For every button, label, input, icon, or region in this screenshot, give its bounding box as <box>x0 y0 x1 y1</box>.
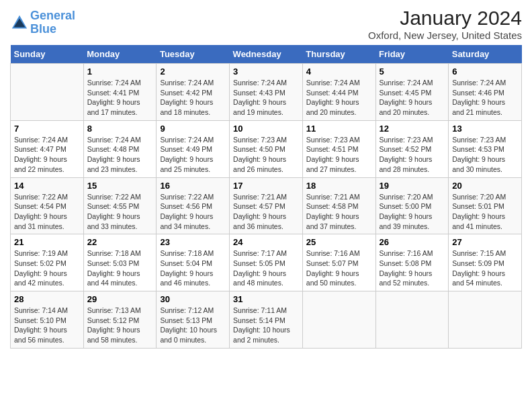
daylight-text: Daylight: 9 hours and 34 minutes. <box>160 212 226 231</box>
sunrise-text: Sunrise: 7:24 AM <box>87 78 153 88</box>
day-info: Sunrise: 7:15 AM Sunset: 5:09 PM Dayligh… <box>452 248 518 288</box>
day-number: 28 <box>14 294 80 304</box>
sunset-text: Sunset: 4:55 PM <box>87 201 153 212</box>
sunrise-text: Sunrise: 7:20 AM <box>380 192 445 202</box>
day-number: 27 <box>452 237 518 247</box>
sunset-text: Sunset: 5:07 PM <box>306 259 372 269</box>
calendar-cell: 3 Sunrise: 7:24 AM Sunset: 4:43 PM Dayli… <box>230 64 303 121</box>
sunset-text: Sunset: 5:09 PM <box>452 259 518 269</box>
day-number: 20 <box>452 181 518 191</box>
sunset-text: Sunset: 4:49 PM <box>160 144 226 154</box>
calendar-cell: 17 Sunrise: 7:21 AM Sunset: 4:57 PM Dayl… <box>230 177 303 234</box>
day-info: Sunrise: 7:22 AM Sunset: 4:55 PM Dayligh… <box>87 192 153 232</box>
logo-blue: Blue <box>30 22 56 36</box>
calendar-week-row: 21 Sunrise: 7:19 AM Sunset: 5:02 PM Dayl… <box>11 234 522 291</box>
calendar-cell: 20 Sunrise: 7:20 AM Sunset: 5:01 PM Dayl… <box>449 177 522 234</box>
day-info: Sunrise: 7:22 AM Sunset: 4:54 PM Dayligh… <box>14 192 80 232</box>
calendar-cell: 7 Sunrise: 7:24 AM Sunset: 4:47 PM Dayli… <box>11 120 84 177</box>
daylight-text: Daylight: 9 hours and 39 minutes. <box>380 212 445 231</box>
calendar-cell: 14 Sunrise: 7:22 AM Sunset: 4:54 PM Dayl… <box>11 177 84 234</box>
day-info: Sunrise: 7:24 AM Sunset: 4:46 PM Dayligh… <box>452 78 518 118</box>
sunrise-text: Sunrise: 7:24 AM <box>380 78 445 88</box>
day-number: 7 <box>14 124 80 134</box>
sunrise-text: Sunrise: 7:13 AM <box>87 306 153 316</box>
day-of-week-header: Friday <box>375 45 449 64</box>
day-number: 3 <box>233 66 299 77</box>
daylight-text: Daylight: 9 hours and 44 minutes. <box>87 269 153 288</box>
calendar-cell: 18 Sunrise: 7:21 AM Sunset: 4:58 PM Dayl… <box>302 177 375 234</box>
sunset-text: Sunset: 4:56 PM <box>160 201 226 212</box>
calendar-cell: 9 Sunrise: 7:24 AM Sunset: 4:49 PM Dayli… <box>157 120 230 177</box>
day-info: Sunrise: 7:24 AM Sunset: 4:45 PM Dayligh… <box>380 78 445 118</box>
calendar-cell: 1 Sunrise: 7:24 AM Sunset: 4:41 PM Dayli… <box>83 64 157 121</box>
day-of-week-header: Saturday <box>449 45 522 64</box>
daylight-text: Daylight: 9 hours and 46 minutes. <box>160 269 226 288</box>
sunrise-text: Sunrise: 7:23 AM <box>452 135 518 145</box>
sunrise-text: Sunrise: 7:11 AM <box>233 306 299 316</box>
sunset-text: Sunset: 5:10 PM <box>14 316 80 326</box>
daylight-text: Daylight: 9 hours and 17 minutes. <box>87 97 153 117</box>
daylight-text: Daylight: 9 hours and 21 minutes. <box>452 97 518 117</box>
day-info: Sunrise: 7:24 AM Sunset: 4:47 PM Dayligh… <box>14 135 80 175</box>
day-info: Sunrise: 7:14 AM Sunset: 5:10 PM Dayligh… <box>14 306 80 345</box>
day-number: 5 <box>380 66 445 77</box>
day-info: Sunrise: 7:24 AM Sunset: 4:49 PM Dayligh… <box>160 135 226 175</box>
day-number: 30 <box>160 294 226 304</box>
daylight-text: Daylight: 9 hours and 41 minutes. <box>452 212 518 231</box>
sunrise-text: Sunrise: 7:24 AM <box>87 135 153 145</box>
sunrise-text: Sunrise: 7:22 AM <box>160 192 226 202</box>
calendar-cell <box>449 291 522 349</box>
sunrise-text: Sunrise: 7:23 AM <box>380 135 445 145</box>
sunrise-text: Sunrise: 7:12 AM <box>160 306 226 316</box>
day-info: Sunrise: 7:13 AM Sunset: 5:12 PM Dayligh… <box>87 306 153 345</box>
sunrise-text: Sunrise: 7:22 AM <box>14 192 80 202</box>
sunrise-text: Sunrise: 7:17 AM <box>233 248 299 259</box>
calendar-cell: 31 Sunrise: 7:11 AM Sunset: 5:14 PM Dayl… <box>230 291 303 349</box>
day-info: Sunrise: 7:18 AM Sunset: 5:04 PM Dayligh… <box>160 248 226 288</box>
sunrise-text: Sunrise: 7:18 AM <box>87 248 153 259</box>
sunset-text: Sunset: 4:53 PM <box>452 144 518 154</box>
daylight-text: Daylight: 9 hours and 23 minutes. <box>87 154 153 174</box>
calendar-cell: 11 Sunrise: 7:23 AM Sunset: 4:51 PM Dayl… <box>302 120 375 177</box>
sunset-text: Sunset: 4:52 PM <box>380 144 445 154</box>
calendar-subtitle: Oxford, New Jersey, United States <box>368 30 522 41</box>
day-number: 26 <box>380 237 445 247</box>
day-number: 9 <box>160 124 226 134</box>
day-info: Sunrise: 7:20 AM Sunset: 5:00 PM Dayligh… <box>380 192 445 232</box>
daylight-text: Daylight: 9 hours and 54 minutes. <box>452 269 518 288</box>
calendar-week-row: 28 Sunrise: 7:14 AM Sunset: 5:10 PM Dayl… <box>11 291 522 349</box>
day-number: 6 <box>452 66 518 77</box>
calendar-cell: 29 Sunrise: 7:13 AM Sunset: 5:12 PM Dayl… <box>83 291 157 349</box>
day-info: Sunrise: 7:23 AM Sunset: 4:52 PM Dayligh… <box>380 135 445 175</box>
daylight-text: Daylight: 10 hours and 0 minutes. <box>160 325 226 345</box>
calendar-cell: 25 Sunrise: 7:16 AM Sunset: 5:07 PM Dayl… <box>302 234 375 291</box>
sunset-text: Sunset: 4:48 PM <box>87 144 153 154</box>
sunset-text: Sunset: 5:05 PM <box>233 259 299 269</box>
day-number: 19 <box>380 181 445 191</box>
sunrise-text: Sunrise: 7:18 AM <box>160 248 226 259</box>
day-number: 25 <box>306 237 372 247</box>
logo-icon <box>10 13 29 32</box>
sunset-text: Sunset: 4:54 PM <box>14 201 80 212</box>
day-info: Sunrise: 7:12 AM Sunset: 5:13 PM Dayligh… <box>160 306 226 345</box>
sunrise-text: Sunrise: 7:24 AM <box>452 78 518 88</box>
daylight-text: Daylight: 9 hours and 27 minutes. <box>306 154 372 174</box>
sunset-text: Sunset: 5:01 PM <box>452 201 518 212</box>
daylight-text: Daylight: 9 hours and 50 minutes. <box>306 269 372 288</box>
day-info: Sunrise: 7:20 AM Sunset: 5:01 PM Dayligh… <box>452 192 518 232</box>
calendar-cell <box>375 291 449 349</box>
day-number: 1 <box>87 66 153 77</box>
daylight-text: Daylight: 9 hours and 18 minutes. <box>160 97 226 117</box>
day-number: 22 <box>87 237 153 247</box>
day-number: 10 <box>233 124 299 134</box>
sunrise-text: Sunrise: 7:24 AM <box>160 78 226 88</box>
sunset-text: Sunset: 4:58 PM <box>306 201 372 212</box>
daylight-text: Daylight: 9 hours and 25 minutes. <box>160 154 226 174</box>
day-info: Sunrise: 7:18 AM Sunset: 5:03 PM Dayligh… <box>87 248 153 288</box>
sunset-text: Sunset: 4:50 PM <box>233 144 299 154</box>
day-info: Sunrise: 7:16 AM Sunset: 5:08 PM Dayligh… <box>380 248 445 288</box>
day-of-week-header: Sunday <box>11 45 84 64</box>
sunset-text: Sunset: 5:12 PM <box>87 316 153 326</box>
day-of-week-header: Wednesday <box>230 45 303 64</box>
day-info: Sunrise: 7:23 AM Sunset: 4:51 PM Dayligh… <box>306 135 372 175</box>
